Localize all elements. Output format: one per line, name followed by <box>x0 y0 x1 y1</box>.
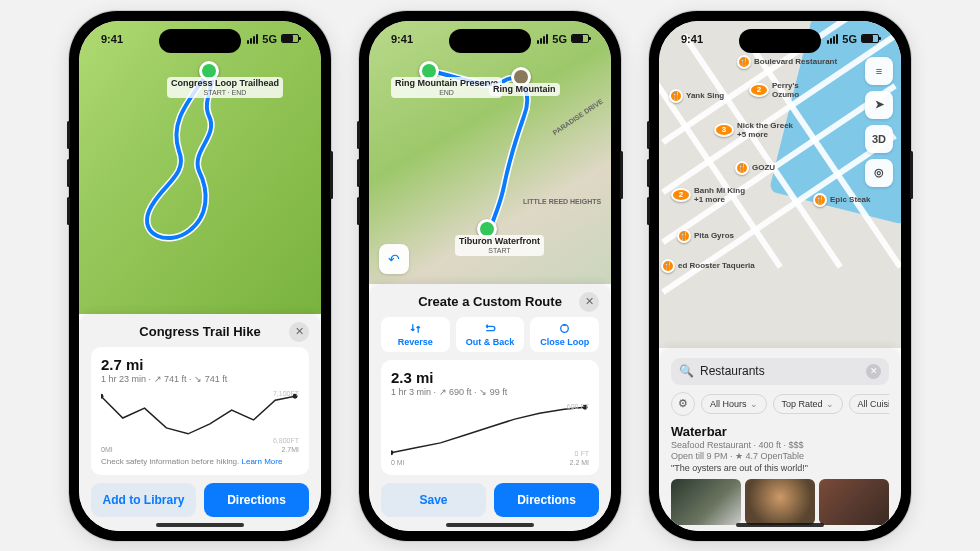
poi-taqueria[interactable]: 🍴ed Rooster Taqueria <box>661 259 755 273</box>
stat-distance: 2.7 mi <box>101 356 299 373</box>
locate-button[interactable]: ➤ <box>865 91 893 119</box>
map-canvas[interactable]: Congress Loop Trailhead START · END <box>79 21 321 314</box>
poi-boulevard[interactable]: 🍴Boulevard Restaurant <box>737 55 837 69</box>
poi-pita-gyros[interactable]: 🍴Pita Gyros <box>677 229 734 243</box>
map-canvas[interactable]: ≡ ➤ 3D ◎ 🍴Boulevard Restaurant 2Perry'sO… <box>659 21 901 348</box>
result-line2: Open till 9 PM · ★ 4.7 OpenTable <box>671 451 889 461</box>
view-3d-button[interactable]: 3D <box>865 125 893 153</box>
filter-hours[interactable]: All Hours <box>701 394 767 414</box>
map-label-start[interactable]: Ring Mountain PreserveEND <box>391 77 502 99</box>
elevation-chart: 7,100FT 6,800FT <box>101 390 299 444</box>
poi-gozu[interactable]: 🍴GOZU <box>735 161 775 175</box>
directions-button[interactable]: Directions <box>494 483 599 517</box>
phone-frame-1: 9:41 5G Congress Loop Trailhead START · … <box>69 11 331 541</box>
undo-button[interactable]: ↶ <box>379 244 409 274</box>
result-quote: "The oysters are out of this world!" <box>671 463 889 473</box>
battery-icon <box>861 34 879 43</box>
close-button[interactable]: ✕ <box>289 322 309 342</box>
search-bar[interactable]: 🔍 ✕ <box>671 358 889 385</box>
learn-more-link[interactable]: Learn More <box>242 457 283 466</box>
thumbnail-2[interactable] <box>745 479 815 525</box>
poi-yank-sing[interactable]: 🍴Yank Sing <box>669 89 724 103</box>
filter-top-rated[interactable]: Top Rated <box>773 394 843 414</box>
thumbnail-row <box>671 479 889 525</box>
map-canvas[interactable]: Ring Mountain PreserveEND Ring Mountain … <box>369 21 611 284</box>
thumbnail-3[interactable] <box>819 479 889 525</box>
save-button[interactable]: Save <box>381 483 486 517</box>
filter-options-button[interactable]: ⚙ <box>671 392 695 416</box>
status-time: 9:41 <box>391 33 413 45</box>
network-type: 5G <box>262 33 277 45</box>
out-and-back-button[interactable]: Out & Back <box>456 317 525 352</box>
map-label-peak[interactable]: Ring Mountain <box>489 83 560 96</box>
home-indicator[interactable] <box>156 523 244 527</box>
compass-button[interactable]: ◎ <box>865 159 893 187</box>
clear-search-button[interactable]: ✕ <box>866 364 881 379</box>
sheet-title: Create a Custom Route <box>418 294 562 309</box>
add-to-library-button[interactable]: Add to Library <box>91 483 196 517</box>
reverse-button[interactable]: Reverse <box>381 317 450 352</box>
network-type: 5G <box>552 33 567 45</box>
search-input[interactable] <box>700 364 860 378</box>
close-button[interactable]: ✕ <box>579 292 599 312</box>
poi-banh-mi-king[interactable]: 2Banh Mi King+1 more <box>671 186 745 204</box>
signal-icon <box>247 34 258 44</box>
svg-point-3 <box>391 450 393 455</box>
map-road-2: LITTLE REED HEIGHTS <box>519 196 605 207</box>
home-indicator[interactable] <box>446 523 534 527</box>
map-label-end[interactable]: Tiburon WaterfrontSTART <box>455 235 544 257</box>
stat-meta: 1 hr 23 min · 741 ft · 741 ft <box>101 374 299 384</box>
stat-distance: 2.3 mi <box>391 369 589 386</box>
info-sheet: Create a Custom Route ✕ Reverse Out & Ba… <box>369 284 611 531</box>
close-loop-button[interactable]: Close Loop <box>530 317 599 352</box>
result-card[interactable]: Waterbar Seafood Restaurant · 400 ft · $… <box>671 424 889 525</box>
elevation-chart: 600 FT 0 FT <box>391 403 589 457</box>
status-time: 9:41 <box>681 33 703 45</box>
poi-nick-the-greek[interactable]: 3Nick the Greek+5 more <box>714 121 793 139</box>
map-label-trailhead[interactable]: Congress Loop Trailhead START · END <box>167 77 283 99</box>
safety-note: Check safety information before hiking. … <box>101 457 299 466</box>
result-title: Waterbar <box>671 424 889 439</box>
svg-point-2 <box>561 324 569 332</box>
poi-perrys-ozumo[interactable]: 2Perry'sOzumo <box>749 81 799 99</box>
phone-frame-3: 9:41 5G ≡ ➤ 3D ◎ 🍴Boulevard Restaurant 2… <box>649 11 911 541</box>
stats-card: 2.3 mi 1 hr 3 min · 690 ft · 99 ft 600 F… <box>381 360 599 475</box>
dynamic-island <box>449 29 531 53</box>
result-line1: Seafood Restaurant · 400 ft · $$$ <box>671 440 889 450</box>
stats-card: 2.7 mi 1 hr 23 min · 741 ft · 741 ft 7,1… <box>91 347 309 475</box>
poi-epic-steak[interactable]: 🍴Epic Steak <box>813 193 870 207</box>
network-type: 5G <box>842 33 857 45</box>
battery-icon <box>571 34 589 43</box>
search-icon: 🔍 <box>679 364 694 378</box>
directions-button[interactable]: Directions <box>204 483 309 517</box>
home-indicator[interactable] <box>736 523 824 527</box>
phone-frame-2: 9:41 5G Ring Mountain PreserveEND Ring M… <box>359 11 621 541</box>
dynamic-island <box>739 29 821 53</box>
stat-meta: 1 hr 3 min · 690 ft · 99 ft <box>391 387 589 397</box>
thumbnail-1[interactable] <box>671 479 741 525</box>
signal-icon <box>537 34 548 44</box>
filter-cuisines[interactable]: All Cuisines <box>849 394 889 414</box>
search-sheet: 🔍 ✕ ⚙ All Hours Top Rated All Cuisines W… <box>659 348 901 531</box>
status-time: 9:41 <box>101 33 123 45</box>
dynamic-island <box>159 29 241 53</box>
sheet-title: Congress Trail Hike <box>139 324 260 339</box>
battery-icon <box>281 34 299 43</box>
info-sheet: Congress Trail Hike ✕ 2.7 mi 1 hr 23 min… <box>79 314 321 531</box>
signal-icon <box>827 34 838 44</box>
layers-button[interactable]: ≡ <box>865 57 893 85</box>
